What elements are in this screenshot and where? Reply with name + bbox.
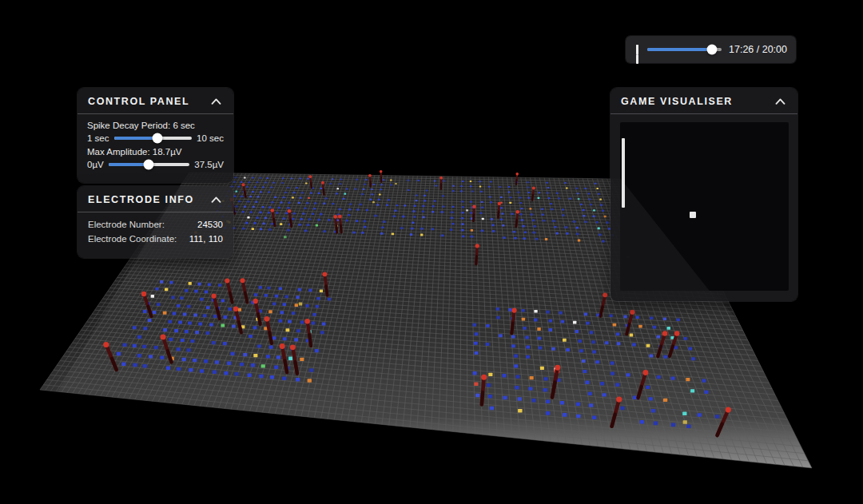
game-paddle [622, 138, 625, 208]
divider [610, 113, 797, 114]
control-panel: CONTROL PANEL Spike Decay Period: 6 sec … [78, 88, 233, 183]
game-visualiser-collapse-button[interactable] [774, 97, 787, 106]
control-panel-title: CONTROL PANEL [88, 96, 189, 107]
spike-decay-min-label: 1 sec [87, 133, 109, 143]
max-amplitude-slider[interactable] [109, 163, 190, 166]
electrode-number-label: Electrode Number: [88, 220, 165, 229]
pause-button[interactable] [634, 43, 640, 56]
spike-decay-slider-thumb[interactable] [152, 133, 162, 144]
max-amplitude-max-label: 37.5µV [194, 160, 224, 169]
electrode-info-header[interactable]: ELECTRODE INFO [78, 186, 233, 212]
game-display [620, 122, 789, 291]
max-amplitude-slider-fill [109, 163, 149, 166]
control-panel-header[interactable]: CONTROL PANEL [78, 88, 233, 113]
game-visualiser-panel: GAME VISUALISER [610, 88, 797, 301]
spike-decay-slider-fill [114, 137, 157, 140]
electrode-number-row: Electrode Number: 24530 [88, 220, 223, 229]
max-amplitude-min-label: 0µV [87, 160, 104, 169]
max-amplitude-label: Max Amplitude: 18.7µV [87, 147, 224, 157]
electrode-coordinate-row: Electrode Coordinate: 111, 110 [88, 234, 223, 244]
game-visualiser-title: GAME VISUALISER [621, 96, 733, 107]
chevron-up-icon [211, 98, 221, 105]
electrode-info-title: ELECTRODE INFO [88, 194, 194, 205]
game-ball [690, 212, 696, 218]
pause-icon [636, 45, 638, 54]
spike-decay-max-label: 10 sec [197, 133, 224, 143]
app-background: { "playback": { "time_label": "17:26 / 2… [0, 0, 863, 504]
playback-progress-fill [647, 48, 712, 51]
game-visualiser-header[interactable]: GAME VISUALISER [610, 88, 797, 113]
electrode-coordinate-value: 111, 110 [189, 234, 223, 244]
electrode-info-collapse-button[interactable] [209, 195, 223, 204]
electrode-number-value: 24530 [197, 220, 223, 229]
electrode-coordinate-label: Electrode Coordinate: [88, 234, 177, 244]
spike-decay-slider[interactable] [114, 137, 193, 140]
playback-bar: 17:26 / 20:00 [626, 36, 796, 63]
spike-decay-label: Spike Decay Period: 6 sec [87, 121, 224, 130]
chevron-up-icon [775, 98, 785, 105]
playback-time-label: 17:26 / 20:00 [729, 44, 787, 55]
electrode-info-panel: ELECTRODE INFO Electrode Number: 24530 E… [78, 186, 233, 258]
playback-progress-thumb[interactable] [707, 45, 718, 55]
max-amplitude-slider-thumb[interactable] [144, 160, 154, 170]
light-sheen [620, 122, 789, 291]
chevron-up-icon [211, 196, 221, 203]
playback-progress-slider[interactable] [647, 48, 722, 51]
control-panel-collapse-button[interactable] [209, 97, 223, 106]
